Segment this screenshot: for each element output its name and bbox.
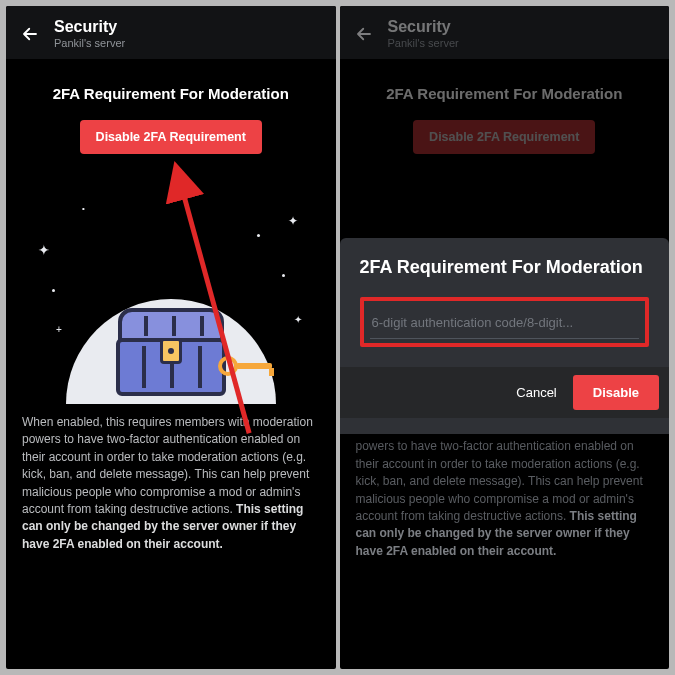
disable-button[interactable]: Disable [573,375,659,410]
lock-icon [160,338,182,364]
screen-left: Security Pankil's server 2FA Requirement… [6,6,336,669]
disable-2fa-requirement-button[interactable]: Disable 2FA Requirement [80,120,262,154]
annotation-highlight-box [360,297,650,347]
auth-code-input[interactable] [370,305,640,339]
page-subtitle: Pankil's server [54,37,125,49]
page-title: Security [388,18,459,36]
sheet-button-row: Cancel Disable [340,367,670,418]
page-title: Security [54,18,125,36]
back-arrow-icon[interactable] [354,24,374,44]
page-subtitle: Pankil's server [388,37,459,49]
illustration-2fa-chest: ✦ ✦ + ✦ • [22,174,320,404]
confirm-2fa-sheet: 2FA Requirement For Moderation Cancel Di… [340,238,670,434]
screen-right: Security Pankil's server 2FA Requirement… [340,6,670,669]
content: 2FA Requirement For Moderation Disable 2… [6,59,336,569]
key-icon [218,356,278,376]
back-arrow-icon[interactable] [20,24,40,44]
cancel-button[interactable]: Cancel [500,375,572,410]
header: Security Pankil's server [340,6,670,59]
description-text: When enabled, this requires members with… [22,414,320,553]
background-description: W powers to have two-factor authenticati… [356,421,654,649]
header-titles: Security Pankil's server [388,18,459,49]
description-plain: When enabled, this requires members with… [22,415,313,516]
header: Security Pankil's server [6,6,336,59]
section-title: 2FA Requirement For Moderation [22,85,320,102]
content-dimmed: 2FA Requirement For Moderation Disable 2… [340,59,670,170]
sheet-title: 2FA Requirement For Moderation [360,256,650,279]
chest-icon [116,308,226,396]
header-titles: Security Pankil's server [54,18,125,49]
disable-2fa-requirement-button: Disable 2FA Requirement [413,120,595,154]
section-title: 2FA Requirement For Moderation [356,85,654,102]
